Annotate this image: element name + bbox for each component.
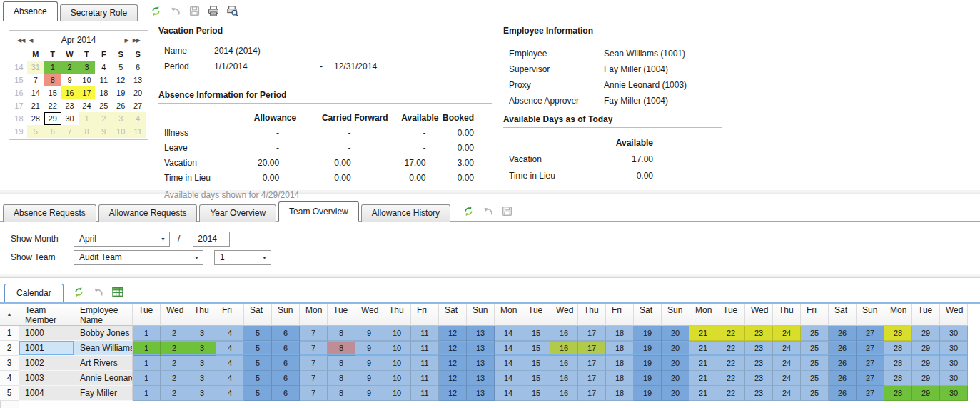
day-cell[interactable]: 13: [467, 371, 495, 386]
day-cell[interactable]: 20: [662, 371, 689, 386]
day-cell[interactable]: 8: [328, 386, 355, 401]
employee-name-cell[interactable]: Art Rivers: [74, 356, 133, 371]
day-cell[interactable]: 14: [495, 341, 522, 356]
day-cell[interactable]: 9: [355, 341, 383, 356]
mini-cal-day[interactable]: 2: [95, 112, 112, 125]
day-cell[interactable]: 2: [161, 386, 188, 401]
day-cell[interactable]: 5: [244, 386, 272, 401]
mini-cal-day[interactable]: 5: [112, 61, 129, 74]
day-cell[interactable]: 18: [606, 386, 634, 401]
day-cell[interactable]: 30: [940, 371, 968, 386]
day-cell[interactable]: 27: [857, 371, 884, 386]
day-cell[interactable]: 15: [522, 371, 550, 386]
team-number-select[interactable]: 1 ▼: [214, 250, 271, 265]
day-cell[interactable]: 5: [244, 356, 272, 371]
mini-cal-day[interactable]: 24: [79, 99, 96, 112]
day-cell[interactable]: 14: [495, 386, 522, 401]
day-cell[interactable]: 1: [133, 326, 161, 341]
day-cell[interactable]: 20: [662, 341, 689, 356]
mini-cal-day[interactable]: 10: [112, 125, 129, 138]
team-member-cell[interactable]: 1001: [19, 341, 74, 356]
mini-cal-day[interactable]: 25: [95, 99, 112, 112]
day-cell[interactable]: 30: [940, 326, 968, 341]
day-cell[interactable]: 23: [745, 326, 773, 341]
mini-cal-day[interactable]: 28: [27, 112, 44, 125]
day-cell[interactable]: 15: [522, 356, 550, 371]
prev-year-icon[interactable]: ◀◀: [15, 37, 26, 44]
day-cell[interactable]: 20: [662, 386, 689, 401]
day-cell[interactable]: 2: [161, 371, 188, 386]
mini-cal-day[interactable]: 18: [95, 86, 112, 99]
day-cell[interactable]: 22: [717, 356, 745, 371]
day-cell[interactable]: 7: [300, 371, 328, 386]
day-cell[interactable]: 30: [940, 341, 968, 356]
day-cell[interactable]: 22: [717, 326, 745, 341]
day-cell[interactable]: 22: [717, 341, 745, 356]
day-cell[interactable]: 26: [829, 386, 857, 401]
day-cell[interactable]: 26: [829, 341, 857, 356]
mini-cal-day[interactable]: 10: [79, 74, 96, 86]
day-cell[interactable]: 11: [411, 326, 439, 341]
table-view-icon[interactable]: [112, 286, 123, 297]
day-cell[interactable]: 3: [188, 341, 216, 356]
day-cell[interactable]: 6: [272, 386, 300, 401]
day-cell[interactable]: 29: [912, 371, 940, 386]
row-header[interactable]: 5: [0, 386, 19, 401]
mini-cal-day[interactable]: 27: [129, 99, 146, 112]
day-cell[interactable]: 17: [578, 326, 606, 341]
day-cell[interactable]: 6: [272, 371, 300, 386]
row-header[interactable]: 2: [0, 341, 19, 356]
column-header-team-member[interactable]: Team Member: [19, 304, 74, 326]
day-cell[interactable]: 30: [940, 356, 968, 371]
day-cell[interactable]: 19: [634, 326, 662, 341]
refresh-icon[interactable]: [150, 5, 161, 16]
mini-cal-day[interactable]: 22: [44, 99, 61, 112]
day-cell[interactable]: 17: [578, 386, 606, 401]
day-cell[interactable]: 25: [801, 341, 829, 356]
day-cell[interactable]: 17: [578, 356, 606, 371]
day-cell[interactable]: 8: [328, 341, 355, 356]
day-cell[interactable]: 21: [689, 326, 717, 341]
day-cell[interactable]: 16: [550, 326, 578, 341]
row-header[interactable]: 3: [0, 356, 19, 371]
day-cell[interactable]: 3: [188, 371, 216, 386]
day-cell[interactable]: 5: [244, 326, 272, 341]
column-header-employee-name[interactable]: Employee Name: [74, 304, 133, 326]
employee-name-cell[interactable]: Fay Miller: [74, 386, 133, 401]
day-cell[interactable]: 12: [439, 356, 467, 371]
mini-cal-day[interactable]: 9: [61, 74, 79, 86]
day-cell[interactable]: 26: [829, 356, 857, 371]
mini-cal-day[interactable]: 29: [44, 112, 61, 125]
day-cell[interactable]: 24: [773, 341, 801, 356]
print-preview-icon[interactable]: [227, 5, 238, 16]
day-cell[interactable]: 25: [801, 371, 829, 386]
mini-cal-day[interactable]: 9: [95, 125, 112, 138]
day-cell[interactable]: 29: [912, 386, 940, 401]
day-cell[interactable]: 25: [801, 356, 829, 371]
day-cell[interactable]: 14: [495, 356, 522, 371]
mini-cal-day[interactable]: 1: [79, 112, 96, 125]
day-cell[interactable]: 11: [411, 356, 439, 371]
day-cell[interactable]: 21: [689, 386, 717, 401]
mini-cal-day[interactable]: 11: [95, 74, 112, 86]
day-cell[interactable]: 19: [634, 386, 662, 401]
day-cell[interactable]: 26: [829, 371, 857, 386]
prev-month-icon[interactable]: ◀: [26, 37, 34, 44]
day-cell[interactable]: 16: [550, 371, 578, 386]
day-cell[interactable]: 28: [884, 371, 912, 386]
day-cell[interactable]: 21: [689, 341, 717, 356]
day-cell[interactable]: 6: [272, 326, 300, 341]
day-cell[interactable]: 27: [857, 326, 884, 341]
day-cell[interactable]: 8: [328, 371, 355, 386]
day-cell[interactable]: 10: [383, 386, 411, 401]
day-cell[interactable]: 24: [773, 356, 801, 371]
day-cell[interactable]: 17: [578, 341, 606, 356]
day-cell[interactable]: 2: [161, 326, 188, 341]
day-cell[interactable]: 3: [188, 386, 216, 401]
mini-cal-day[interactable]: 11: [129, 125, 146, 138]
day-cell[interactable]: 28: [884, 341, 912, 356]
day-cell[interactable]: 23: [745, 341, 773, 356]
day-cell[interactable]: 18: [606, 326, 634, 341]
tab-absence-requests[interactable]: Absence Requests: [3, 204, 96, 222]
refresh-icon[interactable]: [74, 286, 85, 297]
